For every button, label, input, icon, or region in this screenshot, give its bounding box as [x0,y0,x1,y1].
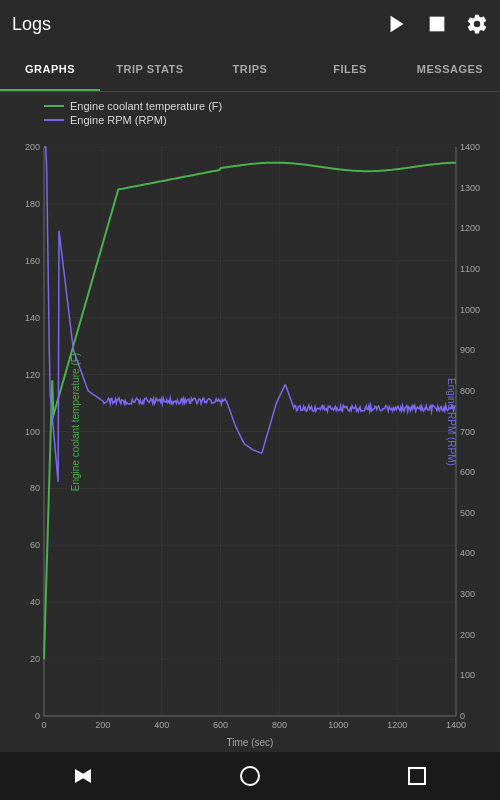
y-axis-left-label: Engine coolant temperature (F) [70,353,81,491]
legend-item-rpm: Engine RPM (RPM) [44,114,222,126]
topbar-actions [386,13,488,35]
svg-point-4 [241,767,259,785]
svg-rect-5 [409,768,425,784]
legend-label-temp: Engine coolant temperature (F) [70,100,222,112]
svg-rect-1 [430,17,445,32]
back-icon[interactable] [71,764,95,788]
play-icon[interactable] [386,13,408,35]
chart-area: Engine coolant temperature (F) Engine RP… [0,92,500,752]
tab-messages[interactable]: MESSAGES [400,48,500,91]
svg-marker-3 [75,769,87,783]
legend-color-temp [44,105,64,107]
tab-bar: GRAPHS TRIP STATS TRIPS FILES MESSAGES [0,48,500,92]
app-title: Logs [12,14,51,35]
legend-color-rpm [44,119,64,121]
y-axis-right-label: Engine RPM (RPM) [447,378,458,466]
topbar: Logs [0,0,500,48]
tab-trips[interactable]: TRIPS [200,48,300,91]
x-axis-label: Time (sec) [227,737,274,748]
tab-trip-stats[interactable]: TRIP STATS [100,48,200,91]
recents-icon[interactable] [405,764,429,788]
svg-marker-0 [391,16,404,33]
chart-legend: Engine coolant temperature (F) Engine RP… [44,100,222,126]
tab-files[interactable]: FILES [300,48,400,91]
stop-icon[interactable] [426,13,448,35]
tab-graphs[interactable]: GRAPHS [0,48,100,91]
bottom-nav [0,752,500,800]
home-icon[interactable] [238,764,262,788]
settings-icon[interactable] [466,13,488,35]
legend-item-temp: Engine coolant temperature (F) [44,100,222,112]
legend-label-rpm: Engine RPM (RPM) [70,114,167,126]
